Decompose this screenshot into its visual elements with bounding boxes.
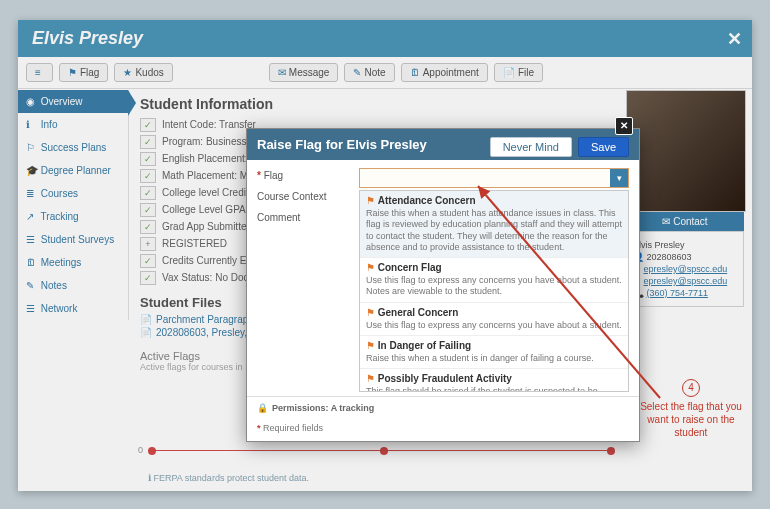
flag-option[interactable]: In Danger of FailingRaise this when a st… — [360, 336, 628, 369]
flag-field-label: Flag — [257, 170, 353, 181]
save-button[interactable]: Save — [578, 137, 629, 157]
flag-option[interactable]: General ConcernUse this flag to express … — [360, 303, 628, 336]
flag-option[interactable]: Possibly Fraudulent ActivityThis flag sh… — [360, 369, 628, 392]
flag-option[interactable]: Concern FlagUse this flag to express any… — [360, 258, 628, 303]
raise-flag-modal: ✕ Save Never Mind Raise Flag for Elvis P… — [246, 128, 640, 442]
permissions-row: 🔒Permissions: A tracking — [247, 396, 639, 419]
flag-option[interactable]: Attendance ConcernRaise this when a stud… — [360, 191, 628, 258]
modal-header: ✕ Save Never Mind Raise Flag for Elvis P… — [247, 129, 639, 160]
callout-text: Select the flag that you want to raise o… — [632, 400, 750, 439]
callout: 4 Select the flag that you want to raise… — [632, 379, 750, 439]
flag-select[interactable]: ▾ — [359, 168, 629, 188]
modal-close-icon[interactable]: ✕ — [615, 117, 633, 135]
required-fields-note: Required fields — [247, 419, 639, 441]
never-mind-button[interactable]: Never Mind — [490, 137, 572, 157]
flag-dropdown[interactable]: Attendance ConcernRaise this when a stud… — [359, 190, 629, 392]
callout-number: 4 — [682, 379, 700, 397]
comment-label: Comment — [257, 212, 353, 223]
modal-title: Raise Flag for Elvis Presley — [257, 137, 427, 152]
lock-icon: 🔒 — [257, 403, 268, 413]
course-context-label: Course Context — [257, 191, 353, 202]
modal-labels: Flag Course Context Comment — [247, 160, 359, 396]
chevron-down-icon[interactable]: ▾ — [610, 169, 628, 187]
